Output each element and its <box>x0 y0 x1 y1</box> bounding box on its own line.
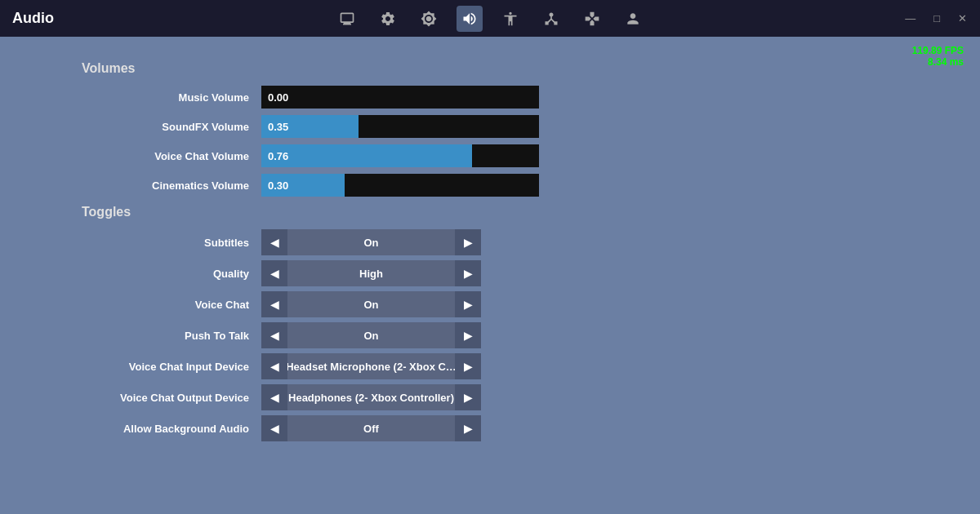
fps-value: 119.89 FPS <box>912 45 964 56</box>
toggle-row: Push To Talk◀On▶ <box>82 322 898 348</box>
volume-label: Cinematics Volume <box>82 179 261 192</box>
volume-bar[interactable]: 0.30 <box>261 174 539 197</box>
volume-bar[interactable]: 0.35 <box>261 115 539 138</box>
volume-bar[interactable]: 0.76 <box>261 144 539 167</box>
toggle-right-button[interactable]: ▶ <box>455 353 481 379</box>
fps-counter: 119.89 FPS 8.34 ms <box>912 45 964 68</box>
minimize-button[interactable]: — <box>900 11 920 26</box>
toggle-left-button[interactable]: ◀ <box>261 353 287 379</box>
toggle-value: On <box>287 291 455 317</box>
volume-row: Music Volume0.00 <box>82 86 898 109</box>
toggles-container: Subtitles◀On▶Quality◀High▶Voice Chat◀On▶… <box>82 229 898 441</box>
volume-label: Voice Chat Volume <box>82 150 261 162</box>
toggle-right-button[interactable]: ▶ <box>455 322 481 348</box>
volumes-container: Music Volume0.00SoundFX Volume0.35Voice … <box>82 86 898 197</box>
toggle-label: Voice Chat <box>82 299 261 311</box>
toggle-right-button[interactable]: ▶ <box>455 384 481 410</box>
monitor-nav-icon[interactable] <box>334 6 360 32</box>
toggle-row: Subtitles◀On▶ <box>82 229 898 255</box>
toggle-row: Quality◀High▶ <box>82 260 898 286</box>
volume-value: 0.00 <box>261 91 288 104</box>
volume-row: SoundFX Volume0.35 <box>82 115 898 138</box>
volume-label: SoundFX Volume <box>82 121 261 133</box>
toggle-value: On <box>287 229 455 255</box>
close-button[interactable]: ✕ <box>953 11 972 26</box>
titlebar: Audio — <box>0 0 980 37</box>
toggle-left-button[interactable]: ◀ <box>261 260 287 286</box>
toggle-value: Headset Microphone (2- Xbox C… <box>287 353 455 379</box>
volume-label: Music Volume <box>82 91 261 104</box>
volume-value: 0.30 <box>261 179 288 192</box>
toggle-value: On <box>287 322 455 348</box>
app-title: Audio <box>8 10 54 27</box>
maximize-button[interactable]: □ <box>929 11 945 26</box>
toggle-row: Voice Chat Output Device◀Headphones (2- … <box>82 384 898 410</box>
toggle-label: Subtitles <box>82 237 261 249</box>
toggle-right-button[interactable]: ▶ <box>455 415 481 441</box>
toggle-label: Voice Chat Input Device <box>82 361 261 373</box>
ms-value: 8.34 ms <box>912 56 964 68</box>
toggles-section: Toggles Subtitles◀On▶Quality◀High▶Voice … <box>82 205 898 441</box>
settings-nav-icon[interactable] <box>375 6 401 32</box>
toggles-header: Toggles <box>82 205 898 219</box>
account-nav-icon[interactable] <box>620 6 646 32</box>
toggle-value: High <box>287 260 455 286</box>
volumes-section: Volumes Music Volume0.00SoundFX Volume0.… <box>82 61 898 197</box>
volume-row: Cinematics Volume0.30 <box>82 174 898 197</box>
toggle-left-button[interactable]: ◀ <box>261 322 287 348</box>
volume-value: 0.35 <box>261 121 288 133</box>
toggle-right-button[interactable]: ▶ <box>455 260 481 286</box>
nav-icons <box>334 6 646 32</box>
toggle-left-button[interactable]: ◀ <box>261 415 287 441</box>
volume-bar[interactable]: 0.00 <box>261 86 539 109</box>
toggle-row: Voice Chat◀On▶ <box>82 291 898 317</box>
volumes-header: Volumes <box>82 61 898 76</box>
accessibility-nav-icon[interactable] <box>497 6 523 32</box>
main-content: 119.89 FPS 8.34 ms Volumes Music Volume0… <box>0 37 980 463</box>
toggle-label: Quality <box>82 268 261 280</box>
audio-nav-icon[interactable] <box>457 6 483 32</box>
volume-value: 0.76 <box>261 150 288 162</box>
toggle-left-button[interactable]: ◀ <box>261 229 287 255</box>
toggle-label: Voice Chat Output Device <box>82 392 261 404</box>
volume-row: Voice Chat Volume0.76 <box>82 144 898 167</box>
controller-nav-icon[interactable] <box>579 6 605 32</box>
toggle-right-button[interactable]: ▶ <box>455 229 481 255</box>
toggle-value: Headphones (2- Xbox Controller) <box>287 384 455 410</box>
window-controls: — □ ✕ <box>900 11 972 26</box>
toggle-right-button[interactable]: ▶ <box>455 291 481 317</box>
brightness-nav-icon[interactable] <box>416 6 442 32</box>
network-nav-icon[interactable] <box>538 6 564 32</box>
toggle-row: Voice Chat Input Device◀Headset Micropho… <box>82 353 898 379</box>
toggle-left-button[interactable]: ◀ <box>261 384 287 410</box>
toggle-label: Allow Background Audio <box>82 423 261 435</box>
toggle-left-button[interactable]: ◀ <box>261 291 287 317</box>
toggle-row: Allow Background Audio◀Off▶ <box>82 415 898 441</box>
toggle-label: Push To Talk <box>82 330 261 342</box>
toggle-value: Off <box>287 415 455 441</box>
